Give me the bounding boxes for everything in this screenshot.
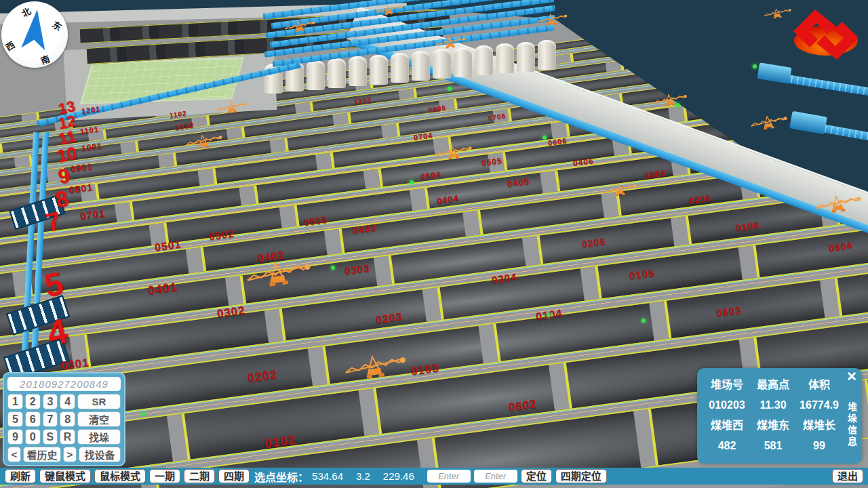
storage-silo: [307, 60, 325, 90]
header-yard-number: 堆场号: [704, 379, 750, 390]
keypad-key-<[interactable]: <: [7, 447, 21, 462]
storage-silo: [496, 43, 514, 73]
green-status-dot: [410, 180, 414, 184]
header-highest-point: 最高点: [750, 379, 796, 390]
storage-silo: [475, 45, 493, 75]
value-yard-number: 010203: [704, 399, 750, 411]
value-highest-point: 11.30: [750, 399, 796, 411]
pile-info-panel: ✕ 堆场号 最高点 体积 010203 11.30 16774.9 煤堆西 煤堆…: [697, 368, 862, 464]
storage-silo: [517, 42, 535, 72]
panel-side-title: 堆垛信息: [845, 402, 859, 448]
bottom-toolbar: 刷新 键鼠模式 鼠标模式 一期 二期 四期 选点坐标： 534.64 3.2 2…: [0, 468, 868, 485]
keypad-key-4[interactable]: 4: [60, 394, 75, 409]
keypad-key-9[interactable]: 9: [7, 429, 23, 445]
storage-silo: [328, 58, 346, 88]
green-status-dot: [642, 319, 646, 323]
coord-y-value: 3.2: [356, 470, 370, 482]
header-pile-east: 煤堆东: [750, 420, 796, 431]
green-status-dot: [331, 266, 335, 270]
header-pile-length: 煤堆长: [796, 420, 842, 431]
keypad-key-找设备[interactable]: 找设备: [79, 447, 121, 462]
timestamp-input[interactable]: 20180927200849: [7, 377, 121, 391]
keypad-key-R[interactable]: R: [60, 429, 75, 445]
keypad-key-看历史[interactable]: 看历史: [23, 447, 61, 462]
keypad-key->[interactable]: >: [63, 447, 77, 462]
refresh-button[interactable]: 刷新: [5, 469, 36, 483]
compass-arrow-icon: [1, 1, 68, 68]
header-pile-west: 煤堆西: [704, 420, 750, 431]
value-pile-west: 482: [704, 440, 750, 451]
storage-silo: [454, 47, 472, 77]
coord-enter-input-1[interactable]: [427, 470, 471, 483]
keypad-key-7[interactable]: 7: [43, 411, 58, 427]
phase4-locate-button[interactable]: 四期定位: [555, 469, 607, 483]
green-status-dot: [448, 87, 452, 91]
close-icon[interactable]: ✕: [846, 370, 857, 384]
locate-button[interactable]: 定位: [521, 469, 552, 483]
keypad-key-找垛[interactable]: 找垛: [77, 429, 121, 445]
keypad-bottom-row: <看历史>找设备: [7, 447, 121, 462]
keypad-key-2[interactable]: 2: [25, 394, 41, 409]
keypad-key-1[interactable]: 1: [7, 394, 23, 409]
coord-enter-input-2[interactable]: [474, 470, 517, 483]
keypad-key-S[interactable]: S: [43, 429, 58, 445]
header-volume: 体积: [796, 379, 842, 390]
keypad-key-8[interactable]: 8: [60, 411, 75, 427]
pile-search-keypad-panel: 20180927200849 1234SR5678清空90SR找垛 <看历史>找…: [3, 372, 125, 466]
storage-silo: [538, 40, 556, 70]
storage-silo: [412, 51, 430, 81]
green-status-dot: [675, 103, 679, 107]
phase2-button[interactable]: 二期: [184, 469, 215, 483]
pile-info-grid: 堆场号 最高点 体积 010203 11.30 16774.9 煤堆西 煤堆东 …: [704, 379, 842, 451]
value-pile-east: 581: [750, 440, 796, 451]
company-logo-icon: [792, 8, 860, 61]
green-status-dot: [753, 64, 757, 68]
keypad-grid: 1234SR5678清空90SR找垛: [7, 394, 121, 445]
coord-x-value: 534.64: [312, 470, 343, 482]
compass-widget[interactable]: 北 东 西 南: [1, 1, 68, 68]
keypad-key-0[interactable]: 0: [25, 429, 41, 445]
green-status-dot: [542, 136, 547, 140]
value-volume: 16774.9: [796, 399, 842, 411]
green-status-dot: [141, 412, 145, 416]
keypad-key-5[interactable]: 5: [7, 411, 23, 427]
coord-z-value: 229.46: [383, 470, 414, 482]
phase4-button[interactable]: 四期: [218, 469, 250, 483]
mouse-mode-button[interactable]: 鼠标模式: [94, 469, 146, 483]
value-pile-length: 99: [796, 440, 842, 451]
keyboard-mouse-mode-button[interactable]: 键鼠模式: [39, 469, 91, 483]
green-status-dot: [547, 313, 551, 317]
keypad-key-清空[interactable]: 清空: [77, 411, 121, 427]
keypad-key-SR[interactable]: SR: [77, 394, 121, 409]
keypad-key-3[interactable]: 3: [43, 394, 58, 409]
phase1-button[interactable]: 一期: [149, 469, 180, 483]
storage-silo: [391, 53, 409, 83]
storage-silo: [349, 56, 367, 86]
storage-silo: [370, 55, 388, 85]
keypad-key-6[interactable]: 6: [25, 411, 41, 427]
selected-point-coords-label: 选点坐标：: [254, 468, 309, 485]
exit-button[interactable]: 退出: [832, 469, 863, 483]
